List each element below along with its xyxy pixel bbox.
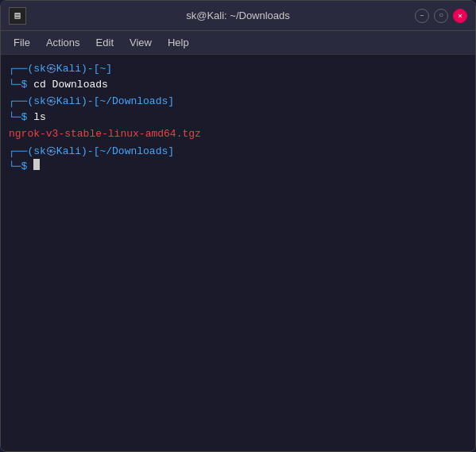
terminal-cursor (33, 159, 40, 170)
terminal-window: ▤ sk@Kali: ~/Downloads – ○ ✕ File Action… (0, 0, 476, 452)
terminal-block-2: ┌──(sk㉿Kali)-[~/Downloads] └─$ ls (9, 94, 467, 125)
prompt-line-2-bot: └─$ ls (9, 110, 467, 126)
menu-help[interactable]: Help (161, 35, 195, 50)
prompt-line-2-top: ┌──(sk㉿Kali)-[~/Downloads] (9, 94, 467, 110)
titlebar-left: ▤ (9, 7, 26, 25)
prompt-line-1-top: ┌──(sk㉿Kali)-[~] (9, 61, 467, 77)
menu-file[interactable]: File (7, 35, 37, 50)
menubar: File Actions Edit View Help (1, 31, 475, 55)
terminal-icon-symbol: ▤ (14, 10, 20, 21)
titlebar: ▤ sk@Kali: ~/Downloads – ○ ✕ (1, 1, 475, 31)
menu-edit[interactable]: Edit (90, 35, 120, 50)
maximize-button[interactable]: ○ (434, 9, 448, 23)
menu-actions[interactable]: Actions (40, 35, 87, 50)
output-text-1: ngrok-v3-stable-linux-amd64.tgz (9, 126, 467, 142)
close-button[interactable]: ✕ (453, 9, 467, 23)
minimize-button[interactable]: – (415, 9, 429, 23)
app-icon: ▤ (9, 7, 26, 25)
prompt-line-1-bot: └─$ cd Downloads (9, 77, 467, 93)
window-controls: – ○ ✕ (415, 9, 467, 23)
prompt-line-3-top: ┌──(sk㉿Kali)-[~/Downloads] (9, 144, 467, 160)
terminal-block-3: ┌──(sk㉿Kali)-[~/Downloads] └─$ (9, 144, 467, 175)
menu-view[interactable]: View (123, 35, 158, 50)
prompt-line-3-bot: └─$ (9, 159, 467, 175)
terminal-output-1: ngrok-v3-stable-linux-amd64.tgz (9, 126, 467, 142)
terminal-body[interactable]: ┌──(sk㉿Kali)-[~] └─$ cd Downloads ┌──(sk… (1, 55, 475, 451)
window-title: sk@Kali: ~/Downloads (186, 10, 290, 21)
terminal-block-1: ┌──(sk㉿Kali)-[~] └─$ cd Downloads (9, 61, 467, 92)
